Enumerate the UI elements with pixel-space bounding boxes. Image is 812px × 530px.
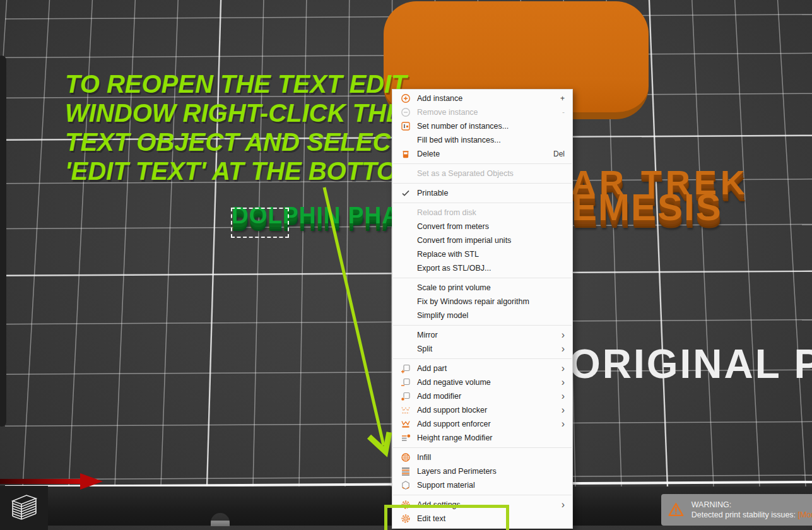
warning-more-link[interactable]: [More] <box>798 510 812 519</box>
menu-item-mirror[interactable]: Mirror› <box>392 328 572 342</box>
minus-circle-icon <box>400 107 411 118</box>
menu-item-layers-and-perimeters[interactable]: Layers and Perimeters <box>392 464 572 478</box>
support-enforcer-icon <box>400 419 411 430</box>
plus-circle-icon <box>400 93 411 104</box>
menu-item-add-support-enforcer[interactable]: Add support enforcer› <box>392 417 572 431</box>
menu-item-label: Scale to print volume <box>417 283 553 292</box>
height-range-icon <box>400 433 411 444</box>
menu-item-export-as-stl-obj[interactable]: Export as STL/OBJ... <box>392 261 572 275</box>
icon-spacer <box>400 168 411 179</box>
square-dot-icon <box>400 391 411 402</box>
menu-separator <box>393 183 572 184</box>
submenu-arrow-icon: › <box>553 332 565 338</box>
menu-item-label: Mirror <box>417 331 553 339</box>
menu-item-label: Add modifier <box>417 392 553 401</box>
icon-spacer <box>400 263 411 274</box>
menu-item-label: Printable <box>417 189 553 197</box>
menu-item-set-as-a-separated-objects: Set as a Separated Objects <box>392 167 572 180</box>
infill-icon <box>400 452 411 463</box>
check-icon <box>400 188 411 199</box>
menu-item-label: Convert from imperial units <box>417 236 553 245</box>
edit-text-highlight-box <box>384 505 509 530</box>
warning-title: WARNING: <box>691 500 812 510</box>
icon-spacer <box>400 208 411 218</box>
menu-item-label: Infill <box>417 453 553 462</box>
menu-item-label: Delete <box>417 150 553 158</box>
slicer-3d-viewport: DOLPHIN PHA AR TREK EMESIS ORIGINAL PR T… <box>0 0 812 530</box>
icon-spacer <box>400 344 411 355</box>
menu-item-fill-bed-with-instances[interactable]: Fill bed with instances... <box>392 133 572 147</box>
trash-icon <box>400 149 411 160</box>
submenu-arrow-icon: › <box>553 379 565 386</box>
menu-item-label: Add negative volume <box>417 378 553 387</box>
layers-icon <box>400 466 411 477</box>
menu-item-convert-from-meters[interactable]: Convert from meters <box>392 220 572 233</box>
menu-item-label: Set number of instances... <box>417 122 553 131</box>
menu-separator <box>393 495 572 495</box>
menu-item-label: Add instance <box>417 94 553 103</box>
menu-separator <box>393 278 572 278</box>
menu-item-label: Fix by Windows repair algorithm <box>417 297 553 306</box>
menu-item-label: Simplify model <box>417 311 553 320</box>
menu-item-add-support-blocker[interactable]: Add support blocker› <box>392 403 572 417</box>
menu-item-label: Layers and Perimeters <box>417 467 553 476</box>
menu-item-add-instance[interactable]: Add instance+ <box>392 91 572 105</box>
menu-item-remove-instance: Remove instance- <box>392 105 572 119</box>
icon-spacer <box>400 235 411 246</box>
menu-item-add-modifier[interactable]: Add modifier› <box>392 389 572 403</box>
icon-spacer <box>400 310 411 321</box>
menu-item-label: Fill bed with instances... <box>417 136 553 144</box>
submenu-arrow-icon: › <box>553 421 565 427</box>
submenu-arrow-icon: › <box>553 365 565 372</box>
support-blocker-icon <box>400 405 411 416</box>
menu-item-label: Height range Modifier <box>417 433 553 442</box>
menu-item-scale-to-print-volume[interactable]: Scale to print volume <box>392 281 572 295</box>
submenu-arrow-icon: › <box>553 407 565 413</box>
menu-item-replace-with-stl[interactable]: Replace with STL <box>392 247 572 261</box>
square-minus-icon <box>400 377 411 388</box>
icon-spacer <box>400 249 411 260</box>
icon-spacer <box>400 135 411 146</box>
layers-preview-button[interactable] <box>0 486 48 530</box>
warning-toast[interactable]: WARNING: Detected print stability issues… <box>661 494 812 526</box>
menu-item-delete[interactable]: DeleteDel <box>392 147 572 161</box>
menu-item-add-part[interactable]: Add part› <box>392 362 572 375</box>
set-number-icon <box>400 121 411 132</box>
menu-item-simplify-model[interactable]: Simplify model <box>392 309 572 322</box>
menu-item-add-negative-volume[interactable]: Add negative volume› <box>392 375 572 389</box>
menu-item-set-number-of-instances[interactable]: Set number of instances... <box>392 119 572 133</box>
menu-item-label: Reload from disk <box>417 208 553 217</box>
menu-separator <box>393 358 572 359</box>
shortcut-label: Del <box>553 150 565 158</box>
menu-separator <box>393 447 572 448</box>
menu-item-label: Replace with STL <box>417 250 553 259</box>
menu-item-split[interactable]: Split› <box>392 342 572 356</box>
menu-item-fix-by-windows-repair-algorithm[interactable]: Fix by Windows repair algorithm <box>392 295 572 309</box>
menu-separator <box>393 325 572 326</box>
submenu-arrow-icon: › <box>553 502 565 508</box>
menu-item-label: Add support blocker <box>417 406 553 415</box>
menu-item-label: Remove instance <box>417 108 553 117</box>
menu-item-label: Set as a Separated Objects <box>417 169 553 178</box>
submenu-arrow-icon: › <box>553 393 565 399</box>
menu-item-label: Add support enforcer <box>417 420 553 428</box>
menu-item-label: Support material <box>417 481 553 490</box>
shortcut-label: - <box>553 108 565 117</box>
support-material-icon <box>400 480 411 491</box>
warning-message: Detected print stability issues: <box>691 510 796 519</box>
menu-item-label: Convert from meters <box>417 222 553 231</box>
layers-stack-icon <box>8 490 40 526</box>
menu-item-support-material[interactable]: Support material <box>392 478 572 492</box>
menu-item-infill[interactable]: Infill <box>392 450 572 464</box>
menu-item-reload-from-disk: Reload from disk <box>392 206 572 220</box>
submenu-arrow-icon: › <box>553 346 565 352</box>
icon-spacer <box>400 297 411 307</box>
menu-item-printable[interactable]: Printable <box>392 186 572 200</box>
icon-spacer <box>400 221 411 232</box>
menu-item-label: Export as STL/OBJ... <box>417 264 553 273</box>
icon-spacer <box>400 330 411 341</box>
menu-item-height-range-modifier[interactable]: Height range Modifier <box>392 431 572 445</box>
menu-separator <box>393 163 572 164</box>
shortcut-label: + <box>553 94 565 103</box>
menu-item-convert-from-imperial-units[interactable]: Convert from imperial units <box>392 233 572 247</box>
